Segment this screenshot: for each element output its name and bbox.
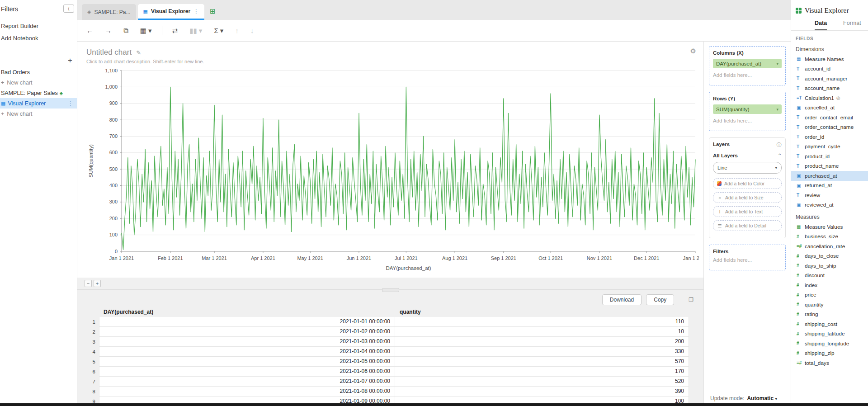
sidebar-item-sample-paper-sales[interactable]: SAMPLE: Paper Sales♣ <box>0 88 77 98</box>
field-measure-names[interactable]: ▦Measure Names <box>791 54 868 64</box>
add-a-field-to-size-button[interactable]: ○Add a field to Size <box>713 192 782 203</box>
sidebar-link-add-notebook[interactable]: Add Notebook <box>0 32 77 44</box>
line-chart[interactable]: 01002003004005006007008009001,0001,100Ja… <box>86 66 699 275</box>
field-shipping-latitude[interactable]: #shipping_latitude <box>791 329 868 339</box>
row-number: 1 <box>84 319 99 325</box>
field-rating[interactable]: #rating <box>791 310 868 320</box>
back-arrow-icon[interactable]: ← <box>85 26 95 35</box>
field-quantity[interactable]: #quantity <box>791 300 868 310</box>
table-row[interactable]: 82021-01-08 00:00:00390 <box>84 387 703 397</box>
rows-shelf[interactable]: Rows (Y) SUM(quantity) ▾ Add fields here… <box>709 92 786 131</box>
field-cancellation-rate[interactable]: =#cancellation_rate <box>791 241 868 251</box>
sidebar-link-report-builder[interactable]: Report Builder <box>0 20 77 32</box>
table-row[interactable]: 32021-01-03 00:00:00200 <box>84 337 703 347</box>
item-menu-icon[interactable]: ⋮ <box>68 100 74 107</box>
field-order-id[interactable]: Torder_id <box>791 132 868 142</box>
text-field-icon: T <box>797 164 805 169</box>
field-reviewed-at[interactable]: ▣reviewed_at <box>791 200 868 210</box>
left-sidebar: Filters ⟨ Report BuilderAdd Notebook + B… <box>0 0 77 406</box>
table-row[interactable]: 42021-01-04 00:00:00330 <box>84 347 703 357</box>
sort-ascending-icon: ↑ <box>233 26 241 35</box>
field-label: order_contact_name <box>805 124 854 130</box>
table-row[interactable]: 22021-01-02 00:00:0010 <box>84 327 703 337</box>
panel-resize-handle[interactable] <box>77 289 703 293</box>
zoom-out-button[interactable]: − <box>85 280 92 287</box>
add-a-field-to-color-button[interactable]: Add a field to Color <box>713 178 782 189</box>
field-shipping-cost[interactable]: #shipping_cost <box>791 319 868 329</box>
editor-tab-visual-explorer[interactable]: ▦Visual Explorer⋮ <box>138 4 205 20</box>
field-days-to-close[interactable]: #days_to_close <box>791 251 868 261</box>
field-discount[interactable]: #discount <box>791 271 868 281</box>
tab-format[interactable]: Format <box>843 20 861 30</box>
columns-shelf[interactable]: Columns (X) DAY(purchased_at) ▾ Add fiel… <box>709 46 786 85</box>
tab-menu-icon[interactable]: ⋮ <box>193 8 199 14</box>
field-account-id[interactable]: Taccount_id <box>791 64 868 74</box>
field-returned-at[interactable]: ▣returned_at <box>791 181 868 191</box>
field-label: returned_at <box>805 182 832 189</box>
field-index[interactable]: #index <box>791 280 868 290</box>
add-item-button[interactable]: + <box>68 56 72 65</box>
rows-pill[interactable]: SUM(quantity) ▾ <box>713 104 782 114</box>
field-purchased-at[interactable]: ▣purchased_at <box>791 171 868 181</box>
aggregate-sigma-icon[interactable]: Σ ▾ <box>212 26 225 36</box>
field-shipping-zip[interactable]: #shipping_zip <box>791 349 868 359</box>
duplicate-chart-icon[interactable]: ⧉ <box>122 26 130 36</box>
field-product-id[interactable]: Tproduct_id <box>791 151 868 161</box>
field-business-size[interactable]: #business_size <box>791 232 868 242</box>
mark-type-select[interactable]: Line ▾ <box>713 162 782 174</box>
column-header-quantity[interactable]: quantity <box>395 309 689 315</box>
field-account-name[interactable]: Taccount_name <box>791 84 868 94</box>
copy-button[interactable]: Copy <box>646 294 674 305</box>
tab-data[interactable]: Data <box>815 20 827 30</box>
field-order-contact-email[interactable]: Torder_contact_email <box>791 113 868 123</box>
editor-tab-sample-pa[interactable]: ◈SAMPLE: Pa... <box>82 4 136 20</box>
column-header-day-purchased-at[interactable]: DAY(purchased_at) <box>99 309 395 315</box>
field-days-to-ship[interactable]: #days_to_ship <box>791 261 868 271</box>
edit-pencil-icon[interactable]: ✎ <box>136 49 141 56</box>
swap-axes-icon[interactable]: ⇄ <box>170 26 180 36</box>
field-shipping-longitude[interactable]: #shipping_longitude <box>791 339 868 349</box>
add-a-field-to-detail-button[interactable]: ☰Add a field to Detail <box>713 220 782 231</box>
chart-type-icon[interactable]: ▦ ▾ <box>138 26 154 36</box>
field-order-contact-name[interactable]: Torder_contact_name <box>791 123 868 132</box>
field-payment-cycle[interactable]: Tpayment_cycle <box>791 142 868 152</box>
sidebar-item-visual-explorer[interactable]: ▦Visual Explorer⋮ <box>0 98 77 109</box>
columns-pill[interactable]: DAY(purchased_at) ▾ <box>713 59 782 68</box>
table-row[interactable]: 12021-01-01 00:00:00110 <box>84 317 703 327</box>
add-a-field-to-text-button[interactable]: TAdd a field to Text <box>713 206 782 217</box>
info-icon[interactable]: ⓘ <box>777 142 782 148</box>
collapse-table-icon[interactable]: — <box>679 297 684 303</box>
table-row[interactable]: 62021-01-06 00:00:00170 <box>84 367 703 377</box>
field-total-days[interactable]: =#total_days <box>791 358 868 368</box>
field-measure-values[interactable]: ▦Measure Values <box>791 222 868 232</box>
collapse-sidebar-button[interactable]: ⟨ <box>63 5 74 13</box>
new-chart-tab-icon[interactable]: ⊞ <box>210 7 216 15</box>
table-row[interactable]: 52021-01-05 00:00:00570 <box>84 357 703 367</box>
fields-panel-tabs: DataFormat <box>791 18 868 31</box>
forward-arrow-icon[interactable]: → <box>103 26 113 35</box>
filters-shelf[interactable]: Filters Add fields here... <box>709 245 786 270</box>
chevron-down-icon[interactable]: ▾ <box>776 61 778 66</box>
chevron-down-icon[interactable]: ▾ <box>776 107 778 112</box>
field-calculation1[interactable]: =TCalculation1◎ <box>791 93 868 103</box>
chart-title[interactable]: Untitled chart <box>86 48 132 57</box>
field-account-manager[interactable]: Taccount_manager <box>791 74 868 84</box>
field-price[interactable]: #price <box>791 290 868 300</box>
update-mode-select[interactable]: Automatic ▾ <box>747 395 777 401</box>
all-layers-row[interactable]: All Layers ⌃ <box>713 153 782 158</box>
field-cancelled-at[interactable]: ▣cancelled_at <box>791 103 868 113</box>
zoom-in-button[interactable]: + <box>94 280 101 287</box>
field-label: cancelled_at <box>805 104 835 111</box>
sidebar-item-new-chart[interactable]: +New chart <box>0 77 77 88</box>
chart-description-placeholder[interactable]: Click to add chart description. Shift-en… <box>86 59 703 64</box>
expand-table-icon[interactable]: ❐ <box>689 297 693 303</box>
field-label: purchased_at <box>805 173 837 179</box>
table-row[interactable]: 72021-01-07 00:00:00520 <box>84 377 703 387</box>
sidebar-item-new-chart[interactable]: +New chart <box>0 109 77 119</box>
field-review[interactable]: Treview <box>791 190 868 200</box>
gear-icon[interactable]: ⚙ <box>690 47 696 55</box>
download-button[interactable]: Download <box>602 294 642 305</box>
sidebar-item-bad-orders[interactable]: Bad Orders <box>0 67 77 77</box>
field-product-name[interactable]: Tproduct_name <box>791 161 868 171</box>
cell-quantity: 520 <box>395 377 689 387</box>
